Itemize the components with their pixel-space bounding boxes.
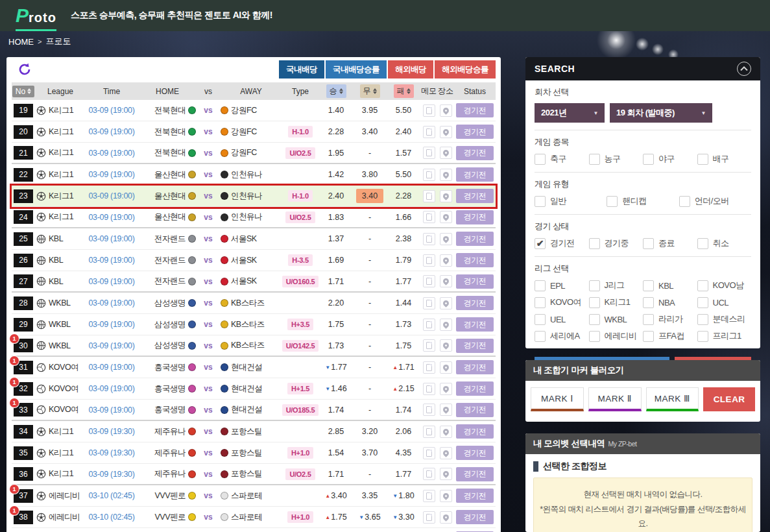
odds-cell[interactable]: 1.37: [319, 228, 353, 249]
memo-button[interactable]: [423, 275, 435, 287]
checkbox-K리그1[interactable]: K리그1: [589, 296, 644, 308]
memo-button[interactable]: [423, 383, 435, 395]
memo-button[interactable]: [423, 147, 435, 159]
refresh-icon[interactable]: [17, 62, 32, 77]
odds-cell[interactable]: 1.44: [387, 293, 420, 313]
place-button[interactable]: [440, 404, 452, 416]
year-dropdown[interactable]: 2021년▼: [535, 103, 605, 123]
match-row[interactable]: 34K리그103-09 (19:30)제주유나vs포항스틸2.853.202.0…: [12, 421, 496, 442]
odds-cell[interactable]: 1.79: [387, 250, 420, 271]
odds-cell[interactable]: 1.74: [319, 400, 353, 420]
checkbox-일반[interactable]: 일반: [535, 195, 607, 207]
memo-button[interactable]: [423, 211, 435, 223]
place-button[interactable]: [440, 233, 452, 245]
checkbox-EPL[interactable]: EPL: [535, 280, 589, 291]
match-row[interactable]: 137에레디비03-10 (02:45)VVV펜로vs스파로테▲3.403.35…: [12, 485, 496, 507]
odds-cell[interactable]: 1.75: [387, 335, 420, 356]
odds-cell[interactable]: 5.50: [387, 164, 420, 185]
match-row[interactable]: 25KBL03-09 (19:00)전자랜드vs서울SK1.37-2.38경기전: [12, 228, 496, 250]
place-button[interactable]: [440, 426, 452, 438]
odds-cell[interactable]: -: [353, 250, 387, 271]
place-button[interactable]: [440, 169, 452, 181]
odds-cell[interactable]: 1.71: [319, 464, 353, 484]
checkbox-UEL[interactable]: UEL: [535, 313, 589, 325]
checkbox-NBA[interactable]: NBA: [643, 296, 697, 308]
odds-cell[interactable]: -: [353, 207, 387, 227]
checkbox-J리그[interactable]: J리그: [589, 280, 644, 291]
odds-cell[interactable]: 2.20: [319, 293, 353, 313]
odds-cell[interactable]: ▲3.40: [319, 485, 353, 506]
odds-cell[interactable]: -: [353, 464, 387, 484]
match-row[interactable]: 133KOVO여03-09 (19:00)흥국생명vs현대건설U/O185.51…: [12, 400, 496, 421]
round-dropdown[interactable]: 19 회차 (발매중)▼: [610, 103, 712, 123]
checkbox-취소[interactable]: 취소: [697, 237, 752, 249]
odds-cell[interactable]: 3.40: [353, 121, 387, 142]
match-row[interactable]: 21K리그103-09 (19:00)전북현대vs강원FCU/O2.51.95-…: [12, 143, 496, 164]
odds-cell[interactable]: 1.69: [319, 250, 353, 271]
match-row[interactable]: 28WKBL03-09 (19:00)삼성생명vsKB스타즈2.20-1.44경…: [12, 293, 496, 314]
odds-cell[interactable]: 2.28: [319, 121, 353, 142]
place-button[interactable]: [440, 275, 452, 287]
match-row[interactable]: 23K리그103-09 (19:00)울산현대vs인천유나H-1.02.403.…: [12, 186, 496, 207]
match-row[interactable]: 36K리그103-09 (19:30)제주유나vs포항스틸U/O2.51.71-…: [12, 464, 496, 485]
place-button[interactable]: [440, 468, 452, 480]
place-button[interactable]: [440, 254, 452, 267]
odds-cell[interactable]: 4.35: [387, 442, 420, 463]
clear-button[interactable]: CLEAR: [703, 387, 755, 411]
odds-cell[interactable]: 2.28: [387, 186, 420, 206]
odds-cell[interactable]: ▼1.46: [319, 378, 353, 399]
place-button[interactable]: [440, 339, 452, 352]
checkbox-세리에A[interactable]: 세리에A: [535, 330, 589, 342]
match-row[interactable]: 29WKBL03-09 (19:00)삼성생명vsKB스타즈H+3.51.75-…: [12, 314, 496, 335]
memo-button[interactable]: [423, 468, 435, 480]
checkbox-야구[interactable]: 야구: [643, 153, 697, 165]
match-row[interactable]: 24K리그103-09 (19:00)울산현대vs인천유나U/O2.51.83-…: [12, 207, 496, 228]
odds-cell[interactable]: 1.77: [387, 464, 420, 484]
odds-cell[interactable]: 1.66: [387, 207, 420, 227]
odds-cell[interactable]: ▼1.80: [387, 485, 420, 506]
odds-cell[interactable]: 2.40: [387, 121, 420, 142]
match-row[interactable]: 131KOVO여03-09 (19:00)흥국생명vs현대건설▼1.77-▲1.…: [12, 357, 496, 378]
place-button[interactable]: [440, 104, 452, 117]
odds-cell[interactable]: 3.35: [353, 485, 387, 506]
match-row[interactable]: 138에레디비03-10 (02:45)VVV펜로vs스파로테H+1.0▲1.7…: [12, 507, 496, 528]
sort-no[interactable]: No: [12, 86, 34, 97]
checkbox-프리그1[interactable]: 프리그1: [697, 330, 752, 342]
odds-cell[interactable]: 3.40: [353, 186, 387, 206]
place-button[interactable]: [440, 126, 452, 138]
place-button[interactable]: [440, 361, 452, 374]
odds-cell[interactable]: ▲1.75: [319, 507, 353, 527]
memo-button[interactable]: [423, 126, 435, 138]
place-button[interactable]: [440, 190, 452, 202]
checkbox-종료[interactable]: 종료: [643, 237, 697, 249]
match-row[interactable]: 130WKBL03-09 (19:00)삼성생명vsKB스타즈U/O142.51…: [12, 335, 496, 357]
odds-cell[interactable]: 2.06: [387, 421, 420, 442]
odds-cell[interactable]: 3.70: [353, 442, 387, 463]
match-row[interactable]: 19K리그103-09 (19:00)전북현대vs강원FC1.403.955.5…: [12, 100, 496, 121]
place-button[interactable]: [440, 447, 452, 459]
memo-button[interactable]: [423, 361, 435, 374]
odds-cell[interactable]: 2.85: [319, 421, 353, 442]
checkbox-KOVO여[interactable]: KOVO여: [535, 296, 589, 308]
place-button[interactable]: [440, 211, 452, 223]
checkbox-KBL[interactable]: KBL: [643, 280, 697, 291]
mark-button[interactable]: MARK Ⅱ: [588, 387, 642, 411]
match-row[interactable]: 132KOVO여03-09 (19:00)흥국생명vs현대건설H+1.5▼1.4…: [12, 378, 496, 400]
place-button[interactable]: [440, 319, 452, 331]
checkbox-에레디비[interactable]: 에레디비: [589, 330, 644, 342]
memo-button[interactable]: [423, 169, 435, 181]
odds-cell[interactable]: 1.54: [319, 442, 353, 463]
odds-cell[interactable]: ▼3.30: [387, 507, 420, 527]
odds-cell[interactable]: -: [353, 271, 387, 291]
tab-4[interactable]: 해외배당승률: [435, 60, 496, 79]
odds-cell[interactable]: 2.38: [387, 228, 420, 249]
odds-cell[interactable]: ▲2.15: [387, 378, 420, 399]
match-row[interactable]: 20K리그103-09 (19:00)전북현대vs강원FCH-1.02.283.…: [12, 121, 496, 143]
odds-cell[interactable]: 1.73: [387, 314, 420, 335]
odds-cell[interactable]: 3.95: [353, 100, 387, 121]
odds-cell[interactable]: 5.50: [387, 100, 420, 121]
odds-cell[interactable]: 3.20: [353, 421, 387, 442]
odds-cell[interactable]: -: [353, 400, 387, 420]
sort-win[interactable]: 승: [326, 84, 346, 98]
checkbox-축구[interactable]: 축구: [535, 153, 589, 165]
